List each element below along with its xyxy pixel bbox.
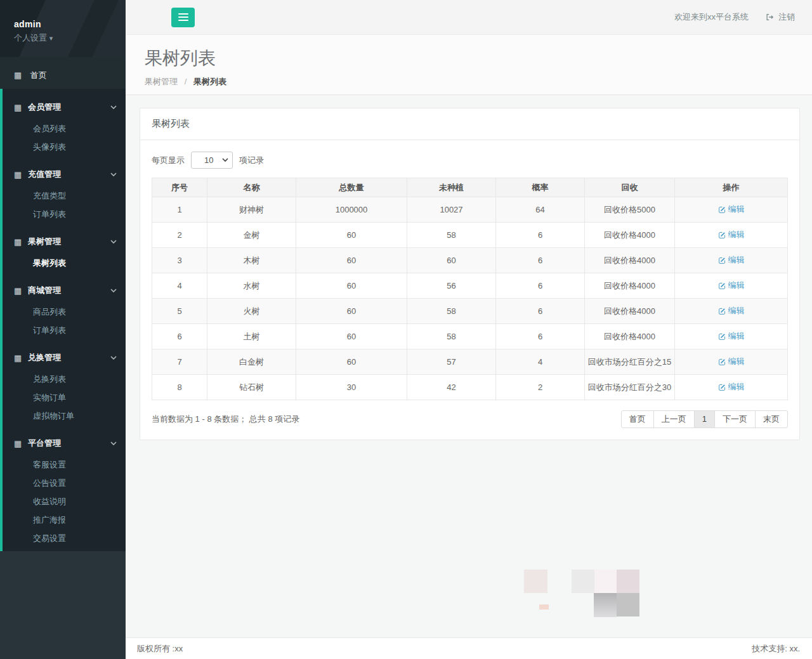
record-summary: 当前数据为 1 - 8 条数据； 总共 8 项记录 <box>152 414 299 425</box>
sidebar-item-mall-orders[interactable]: 订单列表 <box>3 321 126 339</box>
table-row: 2 金树 60 58 6 回收价格4000 编辑 <box>152 223 788 248</box>
per-page-select[interactable]: 10 <box>191 152 233 169</box>
grid-icon: ▦ <box>14 237 28 247</box>
sidebar-item-tree-management[interactable]: ▦ 果树管理 <box>3 230 126 254</box>
pagination-first[interactable]: 首页 <box>621 410 654 428</box>
tree-list-panel: 果树列表 每页显示 10 项记录 <box>140 108 800 440</box>
sidebar-section-trees: ▦ 果树管理 果树列表 <box>3 230 126 272</box>
sidebar-item-product-list[interactable]: 商品列表 <box>3 303 126 321</box>
chevron-down-icon <box>110 105 117 109</box>
chevron-down-icon <box>110 441 117 445</box>
col-unplanted: 未种植 <box>407 178 496 197</box>
sidebar-item-home[interactable]: ▦ 首页 <box>0 62 126 89</box>
sidebar-item-recharge-type[interactable]: 充值类型 <box>3 186 126 205</box>
table-row: 4 水树 60 56 6 回收价格4000 编辑 <box>152 273 788 299</box>
grid-icon: ▦ <box>14 170 28 179</box>
breadcrumb-current: 果树列表 <box>193 77 226 86</box>
sidebar-section-platform: ▦ 平台管理 客服设置 公告设置 收益说明 推广海报 交易设置 <box>3 431 126 547</box>
logout-button[interactable]: 注销 <box>765 11 795 23</box>
sidebar-item-mall-management[interactable]: ▦ 商城管理 <box>3 278 126 303</box>
edit-icon <box>718 231 726 239</box>
edit-icon <box>718 383 726 391</box>
sidebar-item-member-list[interactable]: 会员列表 <box>3 119 126 138</box>
sign-out-icon <box>765 13 775 22</box>
edit-button[interactable]: 编辑 <box>718 280 745 291</box>
edit-button[interactable]: 编辑 <box>718 330 745 342</box>
content-area: 果树列表 每页显示 10 项记录 <box>126 95 812 637</box>
edit-button[interactable]: 编辑 <box>718 229 745 240</box>
grid-icon: ▦ <box>14 353 28 363</box>
username: admin <box>14 19 126 29</box>
table-row: 6 土树 60 58 6 回收价格4000 编辑 <box>152 324 788 349</box>
edit-icon <box>718 307 726 315</box>
sidebar-item-virtual-orders[interactable]: 虚拟物订单 <box>3 407 126 425</box>
sidebar-item-tree-list[interactable]: 果树列表 <box>3 254 126 272</box>
grid-icon: ▦ <box>14 439 28 448</box>
table-row: 8 钻石树 30 42 2 回收市场分红百分之30 编辑 <box>152 375 788 400</box>
sidebar-section-exchange: ▦ 兑换管理 兑换列表 实物订单 虚拟物订单 <box>3 346 126 425</box>
pagination-page-1[interactable]: 1 <box>694 410 715 428</box>
chevron-down-icon <box>110 240 117 244</box>
sidebar-section-members: ▦ 会员管理 会员列表 头像列表 <box>3 95 126 156</box>
sidebar-item-platform-management[interactable]: ▦ 平台管理 <box>3 431 126 455</box>
pagination-next[interactable]: 下一页 <box>714 410 756 428</box>
sidebar-item-physical-orders[interactable]: 实物订单 <box>3 388 126 407</box>
caret-down-icon: ▾ <box>49 34 53 42</box>
edit-icon <box>718 358 726 366</box>
sidebar-item-announcement-settings[interactable]: 公告设置 <box>3 474 126 492</box>
pagination-prev[interactable]: 上一页 <box>653 410 695 428</box>
col-total: 总数量 <box>296 178 407 197</box>
sidebar-section-recharge: ▦ 充值管理 充值类型 订单列表 <box>3 162 126 223</box>
sidebar: admin 个人设置 ▾ ▦ 首页 ▦ 会员管理 会员列表 头像列表 ▦ 充值管… <box>0 0 126 659</box>
table-row: 5 火树 60 58 6 回收价格4000 编辑 <box>152 299 788 324</box>
sidebar-item-member-management[interactable]: ▦ 会员管理 <box>3 95 126 119</box>
edit-button[interactable]: 编辑 <box>718 254 745 266</box>
per-page-suffix: 项记录 <box>239 155 264 166</box>
chevron-down-icon <box>110 173 117 176</box>
sidebar-section-mall: ▦ 商城管理 商品列表 订单列表 <box>3 278 126 339</box>
table-row: 3 木树 60 60 6 回收价格4000 编辑 <box>152 248 788 273</box>
breadcrumb: 果树管理 / 果树列表 <box>145 76 795 88</box>
edit-button[interactable]: 编辑 <box>718 204 745 215</box>
sidebar-item-service-settings[interactable]: 客服设置 <box>3 455 126 474</box>
sidebar-item-exchange-management[interactable]: ▦ 兑换管理 <box>3 346 126 370</box>
sidebar-item-recharge-management[interactable]: ▦ 充值管理 <box>3 162 126 186</box>
page-title: 果树列表 <box>145 46 795 70</box>
grid-icon: ▦ <box>14 62 28 89</box>
col-actions: 操作 <box>675 178 788 197</box>
sidebar-item-avatar-list[interactable]: 头像列表 <box>3 138 126 156</box>
edit-icon <box>718 282 726 290</box>
user-settings-dropdown[interactable]: 个人设置 ▾ <box>14 32 126 44</box>
per-page-control: 每页显示 10 项记录 <box>152 152 788 169</box>
welcome-text: 欢迎来到xx平台系统 <box>674 11 749 23</box>
chevron-down-icon <box>110 356 117 360</box>
panel-title: 果树列表 <box>140 108 799 140</box>
sidebar-item-exchange-list[interactable]: 兑换列表 <box>3 370 126 388</box>
main-area: 欢迎来到xx平台系统 注销 果树列表 果树管理 / 果树列表 果树列表 每页显示… <box>126 0 812 659</box>
sidebar-item-profit-description[interactable]: 收益说明 <box>3 492 126 511</box>
edit-button[interactable]: 编辑 <box>718 356 745 367</box>
pagination-last[interactable]: 末页 <box>755 410 788 428</box>
col-probability: 概率 <box>496 178 585 197</box>
page-heading: 果树列表 果树管理 / 果树列表 <box>126 35 812 95</box>
support-text: 技术支持: xx. <box>752 643 800 655</box>
sidebar-item-promo-poster[interactable]: 推广海报 <box>3 511 126 529</box>
sidebar-toggle-button[interactable] <box>171 8 195 27</box>
col-index: 序号 <box>152 178 207 197</box>
chevron-down-icon <box>110 289 117 292</box>
table-row: 1 财神树 1000000 10027 64 回收价格5000 编辑 <box>152 197 788 223</box>
topbar: 欢迎来到xx平台系统 注销 <box>126 0 812 35</box>
col-name: 名称 <box>207 178 296 197</box>
breadcrumb-parent-link[interactable]: 果树管理 <box>145 77 178 86</box>
sidebar-item-trade-settings[interactable]: 交易设置 <box>3 529 126 547</box>
tree-table: 序号 名称 总数量 未种植 概率 回收 操作 1 财神树 <box>152 178 788 400</box>
sidebar-item-recharge-orders[interactable]: 订单列表 <box>3 205 126 223</box>
per-page-prefix: 每页显示 <box>152 155 185 166</box>
breadcrumb-separator: / <box>185 77 187 86</box>
sidebar-user-panel: admin 个人设置 ▾ <box>0 0 126 57</box>
edit-icon <box>718 332 726 341</box>
edit-button[interactable]: 编辑 <box>718 305 745 316</box>
sidebar-filler <box>0 551 126 659</box>
col-recycle: 回收 <box>585 178 675 197</box>
edit-button[interactable]: 编辑 <box>718 381 745 393</box>
